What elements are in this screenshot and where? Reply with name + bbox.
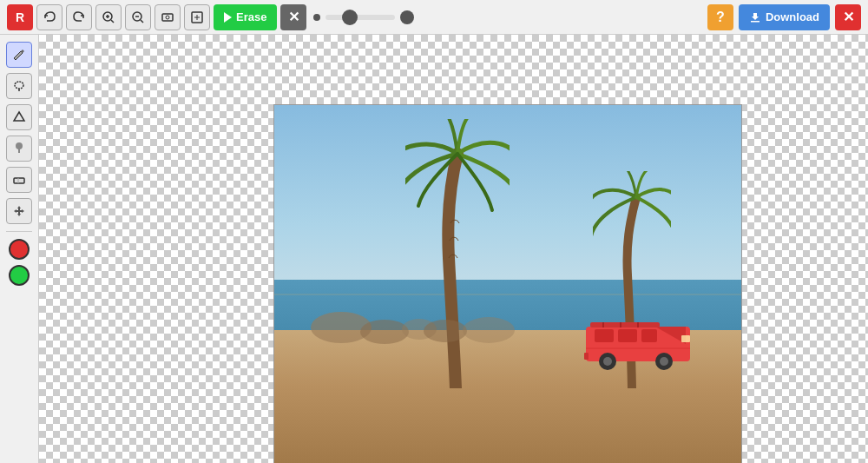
palm-tree-large	[405, 119, 510, 388]
download-icon	[749, 11, 761, 23]
svg-marker-16	[14, 112, 24, 121]
brush-tool-button[interactable]	[6, 136, 32, 162]
svg-point-33	[660, 357, 668, 366]
lasso-tool-button[interactable]	[6, 73, 32, 99]
svg-point-14	[15, 82, 23, 89]
svg-rect-18	[18, 149, 20, 153]
eraser-tool-button[interactable]	[6, 167, 32, 193]
download-label: Download	[766, 10, 819, 23]
svg-point-31	[603, 357, 612, 366]
cancel-erase-button[interactable]: ✕	[280, 4, 306, 30]
brush-dot-icon	[313, 14, 320, 21]
svg-rect-25	[641, 329, 657, 342]
svg-rect-24	[618, 329, 637, 342]
erase-button[interactable]: Erase	[214, 4, 277, 30]
svg-rect-26	[590, 322, 660, 327]
zoom-reset-button[interactable]	[184, 4, 210, 30]
svg-rect-23	[595, 329, 614, 342]
color2-button[interactable]	[9, 265, 30, 286]
app-icon[interactable]: R	[7, 4, 33, 30]
polygon-icon	[12, 110, 26, 124]
brush-icon	[12, 142, 26, 155]
pencil-icon	[12, 48, 26, 62]
eraser-icon	[12, 173, 26, 187]
zoom-fit-button[interactable]	[155, 4, 181, 30]
svg-rect-19	[14, 178, 24, 183]
top-right-buttons: ? Download ✕	[707, 4, 861, 30]
svg-point-38	[360, 320, 409, 344]
redo-button[interactable]	[66, 4, 92, 30]
svg-point-41	[463, 317, 515, 343]
brush-size-container	[313, 10, 414, 24]
svg-rect-34	[681, 335, 690, 342]
pencil-tool-button[interactable]	[6, 42, 32, 68]
toolbar-left	[0, 35, 39, 463]
svg-line-6	[141, 20, 143, 23]
undo-button[interactable]	[36, 4, 62, 30]
download-button[interactable]: Download	[739, 4, 830, 30]
toolbar-divider	[6, 231, 32, 232]
toolbar-top: R	[0, 0, 868, 35]
play-icon	[224, 12, 232, 23]
red-van	[582, 305, 694, 370]
erase-label: Erase	[236, 10, 266, 23]
brush-size-slider[interactable]	[326, 15, 395, 20]
svg-point-8	[166, 16, 169, 19]
polygon-tool-button[interactable]	[6, 104, 32, 130]
lasso-icon	[12, 79, 26, 93]
svg-point-17	[16, 142, 23, 149]
svg-line-3	[111, 20, 114, 23]
rocks-rubble	[298, 293, 523, 345]
color1-button[interactable]	[9, 239, 30, 260]
move-tool-button[interactable]	[6, 198, 32, 224]
svg-rect-7	[162, 14, 173, 21]
svg-point-40	[424, 320, 467, 342]
help-button[interactable]: ?	[707, 4, 733, 30]
help-label: ?	[716, 10, 725, 25]
close-label: ✕	[843, 9, 854, 25]
main-image	[273, 104, 742, 463]
svg-rect-12	[751, 21, 760, 23]
close-button[interactable]: ✕	[835, 4, 861, 30]
move-icon	[12, 204, 26, 218]
svg-rect-35	[584, 353, 589, 360]
zoom-in-button[interactable]	[95, 4, 122, 30]
brush-dot-large-icon	[400, 10, 414, 24]
canvas-area[interactable]	[39, 35, 868, 463]
zoom-out-button[interactable]	[125, 4, 151, 30]
scene-container	[274, 105, 741, 463]
